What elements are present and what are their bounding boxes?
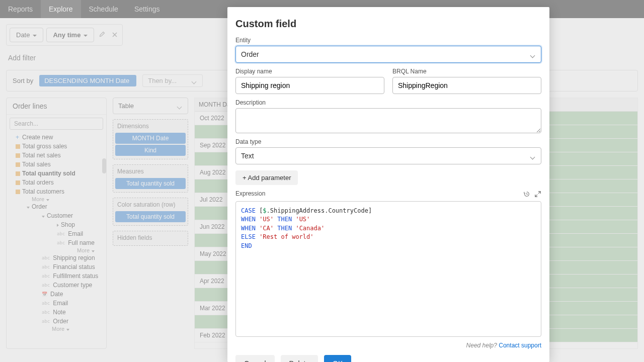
contact-support-link[interactable]: Contact support [499,342,541,349]
chevron-down-icon [531,153,536,158]
add-parameter-button[interactable]: + Add parameter [235,170,298,185]
expression-editor[interactable]: CASE [$.ShippingAddress.CountryCode] WHE… [235,201,541,337]
data-type-label: Data type [235,138,541,145]
entity-select[interactable]: Order [235,46,541,63]
modal-title: Custom field [235,18,541,30]
custom-field-modal: Custom field Entity Order Display name B… [227,7,549,362]
delete-button[interactable]: Delete [281,355,318,362]
brql-name-input[interactable] [392,77,541,94]
ok-button[interactable]: OK [324,355,351,362]
chevron-down-icon [531,52,536,57]
data-type-value: Text [241,152,254,160]
brql-name-label: BRQL Name [392,68,541,75]
history-icon[interactable] [523,191,530,199]
cancel-button[interactable]: Cancel [235,355,275,362]
entity-value: Order [241,50,259,58]
help-row: Need help? Contact support [235,342,541,349]
display-name-label: Display name [235,68,384,75]
expand-icon[interactable] [534,191,541,199]
display-name-input[interactable] [235,77,384,94]
expression-label: Expression [235,190,265,197]
help-text: Need help? [466,342,497,349]
description-input[interactable] [235,108,541,133]
data-type-select[interactable]: Text [235,147,541,164]
entity-label: Entity [235,37,541,44]
description-label: Description [235,99,541,106]
